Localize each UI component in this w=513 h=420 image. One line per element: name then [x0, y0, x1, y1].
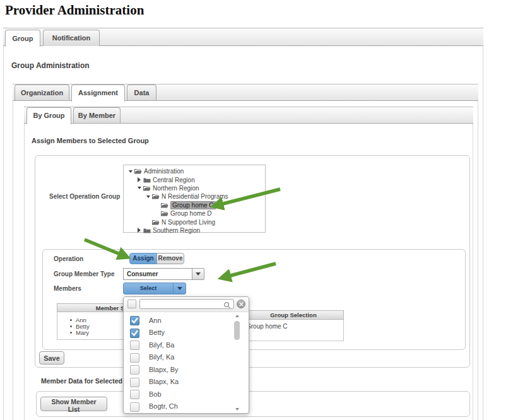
member-checkbox[interactable]	[130, 316, 139, 325]
select-all-checkbox[interactable]	[127, 300, 136, 308]
tree-item-n-supported-living[interactable]: N Supported Living	[124, 218, 265, 226]
bullet-icon	[70, 319, 72, 321]
members-dropdown-button[interactable]	[173, 283, 186, 295]
assign-members-heading: Assign Members to Selected Group	[32, 137, 149, 144]
tree-item-label[interactable]: Central Region	[153, 177, 195, 184]
scrollbar-thumb[interactable]	[234, 321, 240, 340]
close-icon[interactable]	[237, 300, 245, 308]
member-option-betty[interactable]: Betty	[124, 327, 232, 340]
bullet-icon	[70, 325, 72, 327]
folder-open-icon	[161, 202, 168, 208]
chevron-down-icon	[196, 272, 201, 276]
assign-button[interactable]: Assign	[129, 253, 157, 264]
members-select-button[interactable]: Select One/Multiple	[123, 283, 174, 295]
scroll-up-icon[interactable]	[235, 315, 239, 317]
member-checkbox[interactable]	[130, 378, 139, 387]
member-search-input[interactable]	[139, 299, 234, 309]
tree-item-southern-region[interactable]: Southern Region	[124, 226, 265, 235]
group-selection-value: Group home C	[246, 323, 288, 330]
tab-assignment[interactable]: Assignment	[71, 85, 125, 102]
tab-notification[interactable]: Notification	[43, 30, 100, 46]
group-selection-header: Group Selection	[243, 310, 344, 320]
tree-item-group-home-d[interactable]: Group home D	[124, 209, 265, 218]
operation-group-tree: Administration Central Region Northern R…	[123, 165, 266, 233]
member-checkbox[interactable]	[130, 365, 139, 375]
folder-closed-icon	[143, 177, 151, 183]
member-option[interactable]: Bob	[124, 388, 232, 401]
members-dropdown-panel: Ann Betty Bilyf, Ba Bilyf, Ka Blapx, By …	[123, 296, 249, 414]
operation-label: Operation	[54, 255, 83, 262]
member-checkbox[interactable]	[130, 329, 139, 338]
tree-collapsed-icon[interactable]	[136, 228, 142, 233]
tree-item-group-home-c[interactable]: Group home C	[124, 201, 265, 209]
member-option[interactable]: Bogtr, Ch	[124, 401, 232, 414]
tree-collapsed-icon[interactable]	[136, 177, 142, 182]
folder-open-icon	[152, 194, 160, 199]
folder-open-icon	[152, 219, 160, 225]
tree-item-label[interactable]: Group home D	[170, 210, 212, 217]
tab-group[interactable]: Group	[5, 30, 40, 47]
tree-item-administration[interactable]: Administration	[124, 167, 265, 175]
dropdown-header	[124, 297, 249, 312]
tree-item-label[interactable]: Administration	[144, 168, 184, 175]
tab-by-member[interactable]: By Member	[73, 107, 121, 123]
folder-open-icon	[143, 185, 151, 191]
tree-item-label[interactable]: Southern Region	[153, 227, 200, 234]
group-administration-heading: Group Administration	[11, 61, 90, 70]
folder-open-icon	[134, 168, 142, 174]
member-option[interactable]: Blapx, By	[124, 364, 232, 376]
member-option[interactable]: Bilyf, Ba	[124, 339, 232, 352]
folder-closed-icon	[143, 228, 151, 233]
tree-item-label[interactable]: Northern Region	[153, 185, 199, 192]
tree-expanded-icon[interactable]	[145, 195, 151, 198]
scroll-down-icon[interactable]	[235, 408, 239, 411]
select-operation-group-label: Select Operation Group	[49, 193, 120, 200]
tree-item-label[interactable]: N Supported Living	[162, 219, 215, 226]
tree-item-n-residential-programs[interactable]: N Residential Programs	[124, 192, 265, 201]
member-option[interactable]: Bilyf, Ka	[124, 352, 232, 365]
bullet-icon	[70, 332, 72, 334]
tree-item-label[interactable]: N Residential Programs	[162, 193, 228, 200]
save-button[interactable]: Save	[39, 351, 64, 365]
show-member-list-button[interactable]: Show Member List	[40, 397, 107, 411]
member-checkbox[interactable]	[130, 353, 139, 363]
page-title: Provider Administration	[5, 3, 144, 18]
remove-button[interactable]: Remove	[156, 253, 184, 264]
group-selection-body: Group home C	[243, 320, 344, 341]
tree-item-northern-region[interactable]: Northern Region	[124, 184, 265, 192]
group-member-type-dropdown-button[interactable]	[192, 268, 204, 280]
chevron-down-icon	[177, 287, 182, 290]
tab-organization[interactable]: Organization	[15, 85, 69, 100]
member-option[interactable]: Blapx, Ka	[124, 376, 232, 389]
members-label: Members	[54, 285, 81, 292]
member-checkbox[interactable]	[130, 402, 139, 412]
member-option-ann[interactable]: Ann	[124, 315, 232, 327]
member-checkbox[interactable]	[130, 341, 139, 350]
scrollbar[interactable]	[233, 314, 241, 411]
tree-expanded-icon[interactable]	[136, 187, 142, 189]
search-icon	[223, 300, 231, 312]
provider-administration-screen: Provider Administration Group Notificati…	[0, 0, 513, 420]
tree-item-central-region[interactable]: Central Region	[124, 175, 265, 184]
tree-expanded-icon[interactable]	[127, 170, 133, 173]
member-checkbox[interactable]	[130, 390, 139, 399]
tab-by-group[interactable]: By Group	[27, 107, 71, 124]
tree-item-label-selected[interactable]: Group home C	[170, 201, 216, 209]
folder-open-icon	[161, 211, 168, 216]
tab-data[interactable]: Data	[127, 85, 156, 100]
group-member-type-label: Group Member Type	[54, 271, 115, 277]
group-member-type-value[interactable]: Consumer	[123, 268, 192, 280]
